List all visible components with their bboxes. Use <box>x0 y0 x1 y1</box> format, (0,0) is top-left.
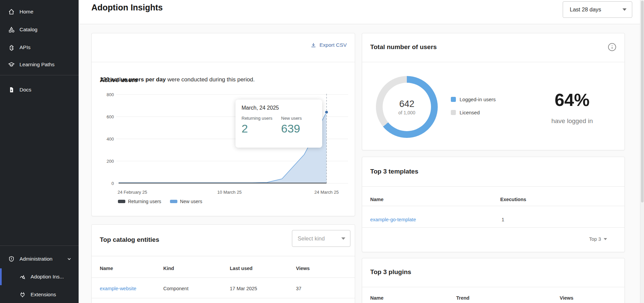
card-header-divider <box>362 287 625 287</box>
sidebar-item-label: Extensions <box>31 292 56 298</box>
card-title: Top 3 plugins <box>370 268 411 276</box>
caret-down-icon <box>622 8 627 11</box>
chart-legend: Returning users New users <box>118 199 202 204</box>
legend-returning-users: Returning users <box>118 199 161 204</box>
template-executions: 1 <box>502 217 504 222</box>
active-users-card: Active users Export CSV 130 active users… <box>91 33 355 216</box>
svg-text:24 February 25: 24 February 25 <box>118 190 147 195</box>
legend-licensed: Licensed <box>451 110 496 115</box>
legend-swatch <box>170 200 177 203</box>
top-templates-card: Top 3 templates Name Executions example-… <box>362 157 625 252</box>
svg-text:200: 200 <box>106 159 114 164</box>
sidebar-item-adoption-insights[interactable]: Adoption Ins... <box>0 269 79 284</box>
sidebar-divider <box>0 245 79 246</box>
entity-last-used: 17 Mar 2025 <box>230 286 257 291</box>
top3-select-value: Top 3 <box>589 236 601 242</box>
card-header-divider <box>362 62 625 62</box>
tooltip-value: 2 <box>242 122 272 135</box>
donut-total: of 1,000 <box>398 110 416 115</box>
svg-text:400: 400 <box>106 137 114 142</box>
sidebar-item-home[interactable]: Home <box>0 4 79 19</box>
entity-link[interactable]: example-website <box>100 286 136 291</box>
column-header-trend: Trend <box>456 295 469 301</box>
sidebar-item-label: Administration <box>19 256 52 262</box>
sidebar-item-apis[interactable]: APIs <box>0 40 79 55</box>
sidebar-item-docs[interactable]: Docs <box>0 82 79 97</box>
template-link[interactable]: example-go-template <box>370 217 416 222</box>
top-plugins-card: Top 3 plugins Name Trend Views <box>362 258 625 303</box>
top3-select[interactable]: Top 3 <box>589 236 607 242</box>
sidebar-item-administration[interactable]: Administration <box>0 252 79 266</box>
legend-label: Returning users <box>128 199 161 204</box>
legend-logged-in-users: Logged-in users <box>451 97 496 102</box>
sidebar-item-label: APIs <box>19 44 31 50</box>
sidebar-item-extensions[interactable]: Extensions <box>0 287 79 302</box>
catalog-icon <box>8 26 15 33</box>
docs-icon <box>8 86 15 93</box>
export-csv-button[interactable]: Export CSV <box>310 42 347 48</box>
tooltip-value: 639 <box>281 122 302 135</box>
card-header-divider <box>362 186 625 187</box>
sidebar-item-label: Docs <box>19 87 31 93</box>
column-header-kind: Kind <box>163 266 174 271</box>
download-icon <box>310 42 316 48</box>
legend-swatch <box>451 97 456 102</box>
sidebar-divider <box>0 75 79 75</box>
tooltip-returning-users: Returning users 2 <box>242 116 272 135</box>
table-divider <box>92 298 355 298</box>
subtitle-rest: were conducted during this period. <box>166 76 255 83</box>
subtitle-highlight: 130 active users per day <box>100 76 166 83</box>
date-range-select[interactable]: Last 28 days <box>563 1 632 18</box>
svg-text:24 March 25: 24 March 25 <box>314 190 339 195</box>
tooltip-label: New users <box>281 116 302 121</box>
legend-swatch <box>118 200 125 203</box>
caret-down-icon <box>341 237 345 240</box>
svg-text:800: 800 <box>106 92 114 97</box>
kind-select-value: Select kind <box>298 235 325 242</box>
table-divider <box>362 206 625 206</box>
column-header-name: Name <box>370 295 384 301</box>
page-title: Adoption Insights <box>91 3 163 12</box>
entity-views: 37 <box>296 286 301 291</box>
card-title: Total number of users <box>370 43 437 51</box>
active-users-subtitle: 130 active users per day were conducted … <box>100 76 255 83</box>
legend-new-users: New users <box>170 199 202 204</box>
sidebar: Home Catalog APIs Learning Paths Docs Ad… <box>0 0 79 303</box>
card-header-divider <box>92 62 355 62</box>
donut-value: 642 <box>399 99 414 109</box>
sidebar-item-catalog[interactable]: Catalog <box>0 22 79 37</box>
learning-paths-icon <box>8 61 15 68</box>
table-divider <box>92 277 355 278</box>
total-users-card: Total number of users 642 of 1,000 Logge… <box>362 33 625 150</box>
entity-kind: Component <box>163 286 188 291</box>
column-header-views: Views <box>296 266 310 271</box>
sidebar-item-label: Adoption Ins... <box>31 274 64 280</box>
administration-icon <box>8 256 15 262</box>
scrollbar-thumb[interactable] <box>641 1 644 202</box>
kind-select[interactable]: Select kind <box>292 230 350 247</box>
page-header <box>79 0 644 24</box>
legend-label: Licensed <box>460 110 480 115</box>
extensions-icon <box>19 291 26 298</box>
tooltip-date: March, 24 2025 <box>242 105 316 111</box>
legend-label: New users <box>180 199 202 204</box>
chart-tooltip: March, 24 2025 Returning users 2 New use… <box>235 100 322 148</box>
adoption-insights-icon <box>19 273 26 280</box>
svg-text:10 March 25: 10 March 25 <box>217 190 242 195</box>
sidebar-item-label: Learning Paths <box>19 62 54 68</box>
caret-down-icon <box>604 238 607 240</box>
legend-label: Logged-in users <box>460 97 496 102</box>
sidebar-item-label: Catalog <box>19 27 37 33</box>
sidebar-item-learning-paths[interactable]: Learning Paths <box>0 57 79 72</box>
home-icon <box>8 8 15 15</box>
svg-text:0: 0 <box>112 181 114 186</box>
page-scrollbar[interactable] <box>640 0 644 303</box>
export-csv-label: Export CSV <box>319 42 347 48</box>
donut-center: 642 of 1,000 <box>383 83 431 131</box>
percent-block: 64% have logged in <box>523 90 621 125</box>
column-header-name: Name <box>100 266 113 271</box>
info-icon[interactable] <box>608 43 616 51</box>
column-header-executions: Executions <box>500 197 526 202</box>
donut-chart: 642 of 1,000 <box>376 76 438 138</box>
card-title: Top 3 templates <box>370 168 418 175</box>
